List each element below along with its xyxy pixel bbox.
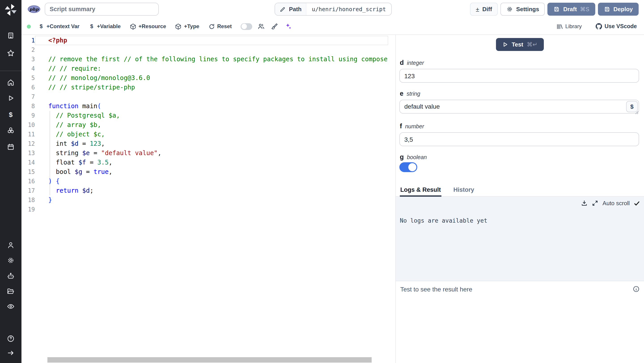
sidebar-item-runs[interactable] [7, 94, 14, 102]
code-line[interactable]: 12 int $d = 123, [22, 139, 395, 148]
draft-shortcut: ⌘S [580, 6, 590, 12]
windmill-logo[interactable] [4, 3, 18, 16]
line-content[interactable] [35, 45, 388, 54]
code-line[interactable]: 15 bool $g = true, [22, 167, 395, 177]
sidebar-item-home[interactable] [7, 79, 14, 86]
line-content[interactable]: // // stripe/stripe-php [35, 83, 388, 92]
scrollbar-thumb[interactable] [48, 357, 372, 363]
draft-label: Draft [563, 6, 577, 12]
horizontal-scrollbar[interactable] [48, 357, 388, 363]
code-line[interactable]: 5// // monolog/monolog@3.6.0 [22, 73, 395, 83]
tab-logs-result[interactable]: Logs & Result [400, 186, 442, 196]
code-line[interactable]: 19 [22, 205, 395, 214]
expand-logs-icon[interactable] [592, 200, 598, 207]
code-token: } [48, 196, 52, 203]
download-logs-icon[interactable] [581, 200, 588, 207]
sidebar-item-audit-logs[interactable] [7, 303, 14, 310]
draft-button[interactable]: Draft ⌘S [548, 3, 595, 16]
code-line[interactable]: 8function main( [22, 101, 395, 111]
line-content[interactable] [35, 92, 388, 101]
diff-button[interactable]: ± Diff [470, 3, 498, 16]
line-content[interactable]: // // monolog/monolog@3.6.0 [35, 73, 388, 83]
path-value: u/henri/honored_script [306, 3, 391, 15]
sidebar-item-user[interactable] [7, 241, 14, 249]
line-number: 17 [22, 186, 35, 195]
code-line[interactable]: 4// // require: [22, 64, 395, 73]
line-content[interactable]: return $d; [35, 186, 388, 195]
deploy-button[interactable]: Deploy [598, 3, 639, 16]
field-d-input[interactable] [399, 69, 639, 83]
code-editor[interactable]: 1<?php23// remove the first // of the fo… [22, 35, 395, 363]
code-line[interactable]: 9 // Postgresql $a, [22, 111, 395, 120]
field-e-textarea[interactable]: default value [399, 100, 639, 114]
line-content[interactable]: bool $g = true, [35, 167, 388, 177]
robot-icon [7, 272, 14, 280]
add-resource-button[interactable]: +Resource [130, 23, 166, 30]
tab-history[interactable]: History [453, 186, 475, 196]
line-content[interactable]: // Postgresql $a, [35, 111, 388, 120]
sidebar-item-variables[interactable]: $ [7, 111, 14, 118]
code-token: // Postgresql $a, [48, 112, 120, 119]
add-type-button[interactable]: +Type [175, 23, 199, 30]
field-name: g [400, 153, 404, 160]
format-brush-icon[interactable] [271, 23, 278, 30]
add-variable-button[interactable]: $ +Variable [88, 23, 120, 29]
code-line[interactable]: 11 // object $c, [22, 130, 395, 139]
code-line[interactable]: 6// // stripe/stripe-php [22, 83, 395, 92]
line-content[interactable]: string $e = "default value", [35, 148, 388, 158]
code-line[interactable]: 16) { [22, 177, 395, 186]
code-line[interactable]: 13 string $e = "default value", [22, 148, 395, 158]
line-content[interactable]: // // require: [35, 64, 388, 73]
code-line[interactable]: 1<?php [22, 36, 395, 45]
calendar-icon [7, 143, 14, 151]
resize-handle[interactable] [635, 111, 639, 114]
code-line[interactable]: 14 float $f = 3.5, [22, 158, 395, 167]
line-content[interactable]: float $f = 3.5, [35, 158, 388, 167]
dollar-icon: $ [7, 111, 14, 118]
sidebar-item-workspace[interactable] [7, 32, 14, 39]
path-chip[interactable]: Path u/henri/honored_script [274, 3, 392, 16]
use-vscode-button[interactable]: Use VScode [595, 23, 637, 30]
code-line[interactable]: 18} [22, 195, 395, 205]
field-f-input[interactable] [399, 132, 639, 146]
auto-scroll-label[interactable]: Auto scroll [603, 200, 630, 207]
ai-sparkles-icon[interactable] [285, 23, 292, 30]
sidebar-item-folders[interactable] [7, 288, 14, 295]
code-line[interactable]: 3// remove the first // of the following… [22, 54, 395, 64]
library-button[interactable]: Library [556, 23, 582, 30]
line-content[interactable]: // object $c, [35, 130, 388, 139]
sidebar-item-resources[interactable] [7, 127, 14, 135]
gear-icon [7, 257, 14, 264]
field-g-toggle[interactable] [399, 162, 417, 172]
check-icon[interactable] [634, 200, 640, 206]
code-token: $g [75, 168, 82, 175]
code-line[interactable]: 2 [22, 45, 395, 54]
users-icon[interactable] [258, 23, 265, 30]
reset-button[interactable]: Reset [208, 23, 232, 30]
line-content[interactable]: <?php [35, 36, 388, 45]
insert-variable-button[interactable]: $ [626, 101, 638, 112]
multiplayer-toggle[interactable] [241, 23, 252, 30]
line-content[interactable]: ) { [35, 177, 388, 186]
sidebar-expand-button[interactable] [7, 349, 14, 357]
sidebar-item-favorites[interactable] [7, 49, 15, 57]
sidebar-item-schedules[interactable] [7, 143, 14, 151]
sidebar-item-settings[interactable] [7, 257, 14, 264]
sidebar-item-help[interactable] [7, 335, 14, 343]
line-content[interactable]: // remove the first // of the following … [35, 54, 388, 64]
line-content[interactable]: // array $b, [35, 120, 388, 130]
add-context-var-button[interactable]: $ +Context Var [38, 23, 80, 29]
line-content[interactable]: int $d = 123, [35, 139, 388, 148]
summary-input[interactable] [45, 3, 159, 16]
settings-button[interactable]: Settings [500, 3, 545, 16]
code-line[interactable]: 7 [22, 92, 395, 101]
test-button[interactable]: Test ⌘↵ [496, 38, 544, 51]
line-content[interactable]: } [35, 195, 388, 205]
gear-icon [506, 6, 513, 12]
line-content[interactable]: function main( [35, 101, 388, 111]
sidebar-item-workers[interactable] [7, 272, 14, 280]
code-line[interactable]: 10 // array $b, [22, 120, 395, 130]
code-line[interactable]: 17 return $d; [22, 186, 395, 195]
info-icon[interactable] [633, 286, 640, 292]
line-content[interactable] [35, 205, 388, 214]
